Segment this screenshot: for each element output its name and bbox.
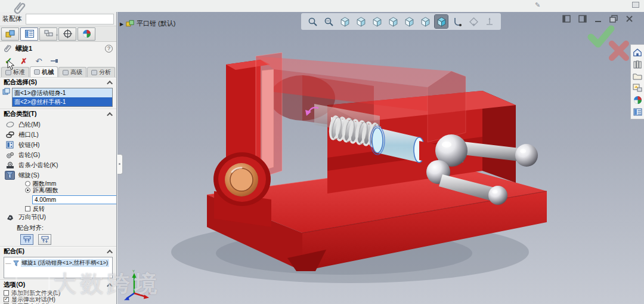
mates-list[interactable]: — 螺旋1 (活动钳身<1>,丝杆手柄<1>): [4, 257, 113, 278]
collapse-chevron-icon: [107, 249, 113, 255]
paperclip-icon: [13, 1, 27, 17]
pane-right-icon[interactable]: [578, 15, 587, 23]
triad-y-label: Y: [132, 269, 135, 273]
mate-types-header[interactable]: 配合类型(T): [0, 109, 116, 118]
show-popup-checkbox[interactable]: [4, 297, 9, 302]
flyout-tree-arrow[interactable]: ▶: [120, 22, 123, 27]
selection-item[interactable]: 面<1>@活动钳身-1: [13, 88, 112, 97]
assembly-icon: [126, 20, 134, 27]
mate-type-hinge[interactable]: 铰链(H): [5, 140, 116, 150]
zoom-to-fit-icon[interactable]: [306, 15, 319, 28]
minimize-icon[interactable]: [595, 15, 602, 23]
aligned-button[interactable]: [20, 234, 33, 245]
cancel-button[interactable]: ✗: [21, 57, 27, 66]
view-cube-icon[interactable]: [402, 15, 416, 28]
mate-type-rack-pinion[interactable]: 齿条小齿轮(K): [5, 160, 116, 170]
universal-joint-icon: [5, 213, 15, 222]
pm-title-row: 螺旋1 ?: [0, 42, 116, 55]
pencil-icon: ✎: [535, 1, 540, 9]
screw-icon: [5, 171, 15, 180]
pin-icon[interactable]: [50, 58, 58, 64]
design-library-icon[interactable]: [633, 60, 642, 69]
mechanical-tab-icon: [34, 69, 40, 75]
view-cube-icon[interactable]: [354, 15, 367, 28]
hide-show-items-icon[interactable]: [483, 15, 496, 28]
face-selection-icon: [2, 88, 10, 96]
restore-icon[interactable]: [609, 15, 618, 23]
panel-grip-dot[interactable]: [56, 34, 58, 36]
gear-icon: [5, 151, 15, 159]
vise-3d-model[interactable]: [117, 12, 644, 304]
collapse-chevron-icon: [107, 112, 113, 118]
mate-selections-list[interactable]: 面<1>@活动钳身-1 面<2>@丝杆手柄-1: [12, 88, 113, 107]
dimxpertmanager-tab[interactable]: [58, 27, 76, 41]
mate-type-universal-joint[interactable]: 万向节(U): [5, 212, 116, 222]
window-controls: [562, 15, 633, 23]
distance-input[interactable]: [32, 195, 117, 204]
mate-selections-header[interactable]: 配合选择(S): [0, 78, 116, 87]
graphics-viewport[interactable]: ▶ 平口钳 (默认): [117, 12, 644, 304]
reverse-label: 反转: [33, 205, 45, 213]
panel-splitter-handle[interactable]: [117, 154, 123, 174]
coordinate-triad: Y X: [122, 269, 151, 302]
distance-label: 距离/圈数: [33, 186, 58, 195]
view-palette-icon[interactable]: [633, 84, 642, 92]
anti-aligned-button[interactable]: [38, 234, 51, 245]
close-icon[interactable]: [626, 15, 633, 23]
options-header[interactable]: 选项(O): [0, 280, 116, 289]
pane-left-icon[interactable]: [562, 15, 571, 23]
mate-category-tabs: 标准 机械 高级 分析: [0, 67, 116, 78]
reverse-checkbox[interactable]: [25, 206, 30, 211]
mate-type-cam[interactable]: 凸轮(M): [5, 119, 116, 130]
add-to-folder-checkbox[interactable]: [4, 290, 9, 296]
collapse-chevron-icon: [107, 282, 113, 288]
tab-standard[interactable]: 标准: [1, 67, 29, 77]
featuremanager-tree-tab[interactable]: [1, 27, 19, 41]
pm-title: 螺旋1: [16, 44, 32, 53]
tab-advanced[interactable]: 高级: [58, 67, 86, 77]
task-pane-toolbar: [630, 44, 644, 119]
view-cube-icon[interactable]: [370, 15, 383, 28]
help-icon[interactable]: ?: [105, 45, 113, 53]
cam-icon: [5, 120, 15, 129]
revolutions-radio[interactable]: [25, 181, 30, 186]
file-explorer-icon[interactable]: [633, 72, 642, 80]
mate-type-list: 凸轮(M) 槽口(L) 铰链(H) 齿轮(G) 齿条小齿轮(K) 螺旋(S) 圈…: [0, 118, 116, 247]
view-cube-icon[interactable]: [419, 15, 432, 28]
property-manager-panel: 装配体 螺旋1 ? ✓ ✗ ↶ 标准 机械: [0, 12, 117, 304]
mate-tree-item[interactable]: — 螺旋1 (活动钳身<1>,丝杆手柄<1>): [5, 259, 111, 267]
positioning-only-label: 只用于定位(U): [11, 302, 49, 304]
assembly-breadcrumb[interactable]: 平口钳 (默认): [126, 19, 175, 28]
custom-properties-icon[interactable]: [633, 108, 642, 116]
heads-up-toolbar: [301, 13, 501, 30]
tab-analysis[interactable]: 分析: [87, 67, 115, 77]
confirm-cancel-icon[interactable]: [608, 39, 630, 63]
appearances-sphere-icon[interactable]: [633, 96, 642, 105]
advanced-tab-icon: [63, 70, 69, 75]
screw-options: 圈数/mm 距离/圈数 反转: [5, 180, 116, 212]
mates-header[interactable]: 配合(E): [0, 247, 116, 256]
configurationmanager-tab[interactable]: [39, 27, 57, 41]
zoom-to-area-icon[interactable]: [322, 15, 335, 28]
view-cube-icon[interactable]: [386, 15, 400, 28]
mate-type-screw[interactable]: 螺旋(S): [5, 170, 116, 180]
home-icon[interactable]: [633, 48, 642, 57]
displaymanager-tab[interactable]: [78, 27, 95, 41]
view-isometric-icon-selected[interactable]: [435, 15, 448, 28]
mini-window-icon[interactable]: [632, 2, 639, 8]
mate-type-slot[interactable]: 槽口(L): [5, 130, 116, 140]
selection-item[interactable]: 面<2>@丝杆手柄-1: [13, 97, 112, 106]
section-view-icon[interactable]: [451, 15, 464, 28]
options-list: 添加到新文件夹(L) 显示弹出对话(H) 只用于定位(U): [0, 289, 116, 304]
propertymanager-tab[interactable]: [20, 27, 38, 41]
distance-radio[interactable]: [25, 188, 30, 193]
sketch-icon[interactable]: [467, 15, 480, 28]
pm-action-row: ✓ ✗ ↶: [0, 55, 116, 67]
triad-x-label: X: [148, 291, 151, 295]
mate-alignment-label: 配合对齐:: [5, 222, 116, 234]
undo-button[interactable]: ↶: [35, 57, 42, 66]
view-cube-icon[interactable]: [338, 15, 351, 28]
analysis-tab-icon: [91, 70, 97, 75]
mate-type-gear[interactable]: 齿轮(G): [5, 150, 116, 160]
tab-mechanical[interactable]: 机械: [30, 66, 58, 77]
